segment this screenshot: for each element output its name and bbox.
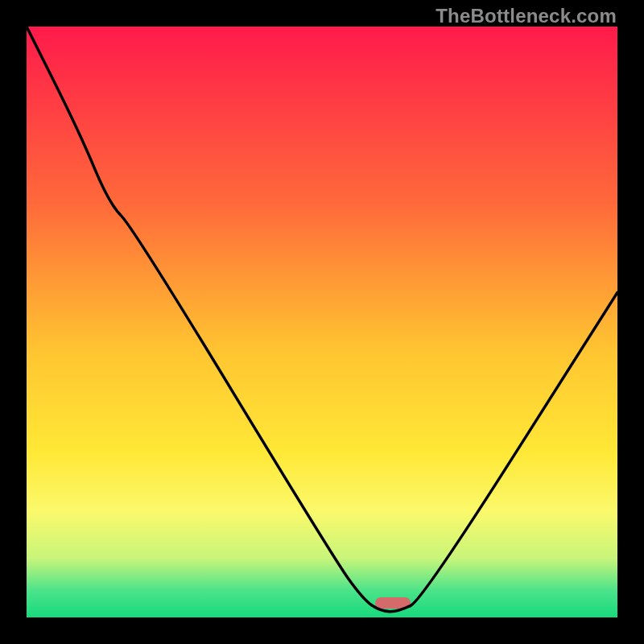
chart-container: TheBottleneck.com (0, 0, 644, 644)
bottleneck-chart (27, 27, 617, 617)
gradient-background (27, 27, 617, 617)
watermark-label: TheBottleneck.com (436, 5, 617, 27)
plot-area (27, 27, 617, 617)
